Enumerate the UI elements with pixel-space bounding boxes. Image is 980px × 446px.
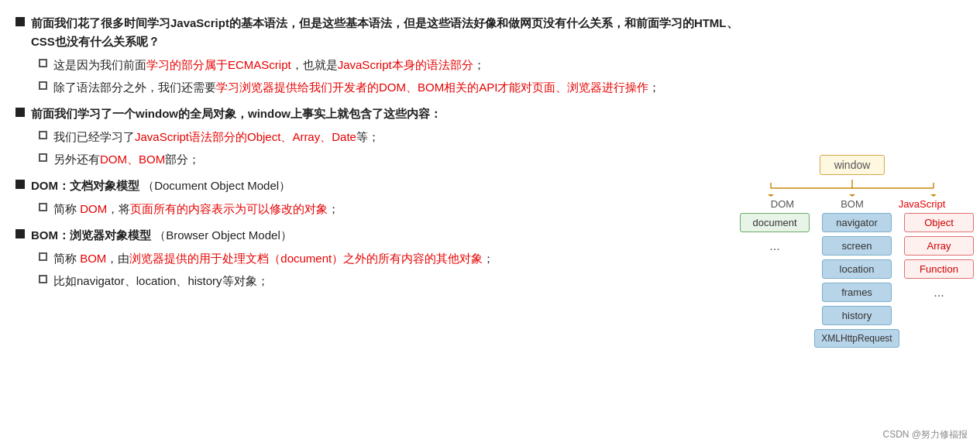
sub-4-1: 简称 BOM，由浏览器提供的用于处理文档（document）之外的所有内容的其他… (39, 249, 744, 268)
bullet-square-1 (15, 17, 25, 26)
bom-label: BOM (817, 198, 887, 210)
block-1: 前面我们花了很多时间学习JavaScript的基本语法，但是这些基本语法，但是这… (15, 14, 744, 97)
highlight-3-1: DOM (80, 202, 107, 215)
js-column: Object Array Function ... (904, 213, 974, 348)
bullet-4-suffix: （Browser Object Model） (154, 228, 292, 242)
highlight-2-2: DOM、BOM (100, 153, 165, 166)
dom-dots: ... (740, 236, 810, 256)
history-node: history (822, 306, 892, 325)
dom-label: DOM (748, 198, 817, 210)
bullet-3-text: DOM：文档对象模型 （Document Object Model） (31, 177, 291, 195)
sub-3-1: 简称 DOM，将页面所有的内容表示为可以修改的对象； (39, 200, 744, 218)
frames-node: frames (822, 283, 892, 302)
sub-square-1-1 (39, 59, 47, 67)
sub-4-2-text: 比如navigator、location、history等对象； (53, 272, 269, 290)
sub-2-2-text: 另外还有DOM、BOM部分； (53, 150, 200, 169)
diagram-container: window DOM BOM JavaScript document (732, 155, 972, 348)
highlight-1-1: 学习的部分属于ECMAScript (146, 58, 291, 71)
bullet-1-text: 前面我们花了很多时间学习JavaScript的基本语法，但是这些基本语法，但是这… (31, 14, 744, 51)
sub-2-1: 我们已经学习了JavaScript语法部分的Object、Array、Date等… (39, 128, 744, 146)
sub-4-1-text: 简称 BOM，由浏览器提供的用于处理文档（document）之外的所有内容的其他… (53, 249, 494, 268)
svg-marker-4 (849, 194, 855, 197)
sub-square-2-2 (39, 153, 47, 162)
js-label: JavaScript (887, 198, 957, 210)
sub-1-2-text: 除了语法部分之外，我们还需要学习浏览器提供给我们开发者的DOM、BOM相关的AP… (53, 78, 660, 97)
sub-4-2: 比如navigator、location、history等对象； (39, 272, 744, 290)
dom-column: document ... (740, 213, 810, 348)
xmlhttp-node: XMLHttpRequest (814, 329, 899, 348)
sub-2-1-text: 我们已经学习了JavaScript语法部分的Object、Array、Date等… (53, 128, 380, 146)
sub-1-1-text: 这是因为我们前面学习的部分属于ECMAScript，也就是JavaScript本… (53, 56, 485, 74)
sub-1-2: 除了语法部分之外，我们还需要学习浏览器提供给我们开发者的DOM、BOM相关的AP… (39, 78, 744, 97)
footer-text: CSDN @努力修福报 (882, 429, 968, 440)
highlight-4-2: 浏览器提供的用于处理文档（document）之外的所有内容的其他对象 (129, 252, 483, 265)
bullet-3: DOM：文档对象模型 （Document Object Model） (15, 177, 744, 195)
svg-marker-2 (768, 194, 774, 197)
highlight-4-1: BOM (80, 252, 106, 265)
bullet-square-4 (15, 229, 25, 238)
sub-square-3-1 (39, 203, 47, 211)
sub-square-2-1 (39, 131, 47, 139)
array-node: Array (904, 236, 974, 256)
document-node: document (740, 213, 810, 232)
highlight-1-2: JavaScript本身的语法部分 (338, 58, 473, 71)
location-node: location (822, 259, 892, 279)
sub-square-1-2 (39, 81, 47, 90)
bullet-1: 前面我们花了很多时间学习JavaScript的基本语法，但是这些基本语法，但是这… (15, 14, 744, 51)
bullet-2: 前面我们学习了一个window的全局对象，window上事实上就包含了这些内容： (15, 105, 744, 123)
bullet-square-3 (15, 180, 25, 189)
sub-1-1: 这是因为我们前面学习的部分属于ECMAScript，也就是JavaScript本… (39, 56, 744, 74)
sub-2-2: 另外还有DOM、BOM部分； (39, 150, 744, 169)
screen-node: screen (822, 236, 892, 256)
js-dots: ... (904, 283, 974, 303)
highlight-2-1: JavaScript语法部分的Object、Array、Date (135, 130, 356, 143)
highlight-1-3: 学习浏览器提供给我们开发者的DOM、BOM相关的API才能对页面、浏览器进行操作 (216, 81, 648, 94)
block-4: BOM：浏览器对象模型 （Browser Object Model） 简称 BO… (15, 226, 744, 290)
bom-column: navigator screen location frames history… (814, 213, 899, 348)
sub-3-1-text: 简称 DOM，将页面所有的内容表示为可以修改的对象； (53, 200, 339, 218)
footer: CSDN @努力修福报 (882, 428, 968, 441)
window-node: window (820, 155, 885, 175)
bullet-4-text: BOM：浏览器对象模型 （Browser Object Model） (31, 226, 292, 245)
block-3: DOM：文档对象模型 （Document Object Model） 简称 DO… (15, 177, 744, 218)
bullet-4: BOM：浏览器对象模型 （Browser Object Model） (15, 226, 744, 245)
bullet-2-text: 前面我们学习了一个window的全局对象，window上事实上就包含了这些内容： (31, 105, 442, 123)
block-2: 前面我们学习了一个window的全局对象，window上事实上就包含了这些内容：… (15, 105, 744, 169)
sub-square-4-2 (39, 275, 47, 283)
svg-marker-6 (930, 194, 937, 197)
function-node: Function (904, 259, 974, 279)
navigator-node: navigator (822, 213, 892, 232)
bullet-square-2 (15, 108, 25, 117)
highlight-3-2: 页面所有的内容表示为可以修改的对象 (130, 202, 328, 215)
bullet-3-suffix: （Document Object Model） (143, 179, 291, 192)
object-node: Object (904, 213, 974, 232)
sub-square-4-1 (39, 252, 47, 261)
